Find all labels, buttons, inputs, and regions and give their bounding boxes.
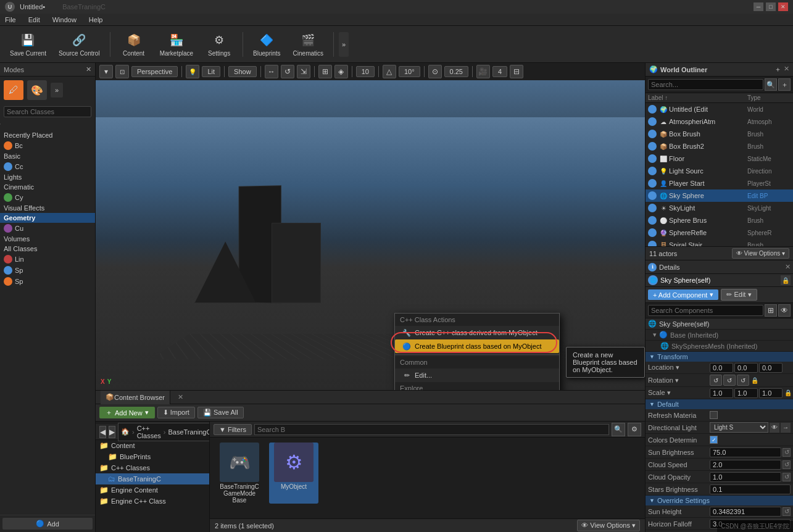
sun-height-reset[interactable]: ↺: [783, 507, 791, 516]
vp-scale-icon[interactable]: ⇲: [297, 65, 310, 78]
details-search-input[interactable]: [648, 305, 763, 316]
toolbar-blueprints[interactable]: 🔷 Blueprints: [248, 29, 285, 59]
details-add-component-btn[interactable]: + Add Component ▾: [648, 289, 718, 300]
outliner-item-stair[interactable]: 🪜 Spiral Stair Brush: [646, 239, 793, 246]
modes-add-btn[interactable]: 🔵 Add: [2, 518, 93, 530]
location-x[interactable]: [710, 363, 733, 373]
toolbar-marketplace[interactable]: 🏪 Marketplace: [155, 29, 198, 59]
modes-close[interactable]: ✕: [86, 65, 91, 73]
toolbar-cinematics[interactable]: 🎬 Cinematics: [288, 29, 328, 59]
modes-item-cy[interactable]: Cy: [0, 192, 95, 203]
vp-snap-icon[interactable]: ⊙: [428, 65, 442, 78]
outliner-item-boxbrush2[interactable]: 📦 Box Brush2 Brush: [646, 140, 793, 152]
vp-lit-btn[interactable]: Lit: [202, 66, 220, 77]
cloud-speed-input[interactable]: [710, 460, 781, 470]
minimize-btn[interactable]: ─: [754, 2, 763, 11]
override-section[interactable]: ▼ Override Settings: [646, 496, 793, 505]
scale-z[interactable]: [759, 388, 783, 398]
toolbar-content[interactable]: 📦 Content: [115, 29, 152, 59]
cb-tab[interactable]: 📦 Content Browser: [101, 391, 170, 404]
outliner-search-input[interactable]: [648, 79, 763, 90]
cloud-speed-reset[interactable]: ↺: [783, 460, 791, 469]
modes-section-cinematic[interactable]: Cinematic: [0, 182, 95, 192]
modes-expand[interactable]: »: [51, 83, 63, 98]
modes-item-cu[interactable]: Cu: [0, 223, 95, 234]
scale-lock[interactable]: 🔒: [784, 389, 792, 397]
toolbar-expand[interactable]: »: [339, 32, 349, 57]
modes-section-volumes[interactable]: Volumes: [0, 234, 95, 244]
vp-move-icon[interactable]: ↔: [265, 65, 278, 78]
cb-view-options[interactable]: 👁 View Options ▾: [577, 520, 640, 531]
close-btn[interactable]: ✕: [778, 2, 788, 11]
cb-filter-btn[interactable]: ▼ Filters: [214, 424, 252, 435]
modes-section-lights[interactable]: Lights: [0, 172, 95, 182]
rot-y-btn[interactable]: ↺: [723, 375, 736, 386]
outliner-add[interactable]: ＋: [774, 65, 781, 74]
vp-maximize-icon[interactable]: ⊟: [510, 65, 523, 78]
vp-grid-icon[interactable]: ⊞: [318, 65, 332, 78]
menu-window[interactable]: Window: [50, 16, 79, 23]
outliner-item-sphere[interactable]: ⚪ Sphere Brus Brush: [646, 214, 793, 227]
outliner-item-atm[interactable]: ☁ AtmospheriAtm Atmosph: [646, 115, 793, 128]
sky-lock[interactable]: 🔒: [781, 275, 791, 285]
outliner-search-btn[interactable]: 🔍: [765, 78, 777, 91]
modes-section-geometry[interactable]: Geometry: [0, 213, 95, 223]
location-z[interactable]: [759, 363, 783, 373]
modes-item-sp1[interactable]: Sp: [0, 265, 95, 276]
outliner-close[interactable]: ✕: [784, 65, 789, 74]
cb-search-btn[interactable]: 🔍: [612, 423, 625, 436]
asset-item-1[interactable]: ⚙ MyObject: [269, 443, 318, 504]
cb-search-input[interactable]: [254, 424, 609, 435]
dir-light-eye[interactable]: 👁: [770, 423, 779, 433]
cb-nav-back[interactable]: ◀: [99, 426, 106, 438]
details-edit-btn[interactable]: ✏ Edit ▾: [721, 289, 757, 301]
outliner-item-player[interactable]: 👤 Player Start PlayerSt: [646, 177, 793, 189]
modes-section-vfx[interactable]: Visual Effects: [0, 203, 95, 213]
outliner-item-skylight[interactable]: ☀ SkyLight SkyLight: [646, 202, 793, 214]
outliner-item-sky[interactable]: 🌐 Sky Sphere Edit BP: [646, 189, 793, 202]
menu-edit[interactable]: Edit: [26, 16, 43, 23]
transform-section[interactable]: ▼ Transform: [646, 352, 793, 362]
mode-place[interactable]: 🖊: [4, 80, 23, 100]
vp-show-btn[interactable]: Show: [228, 66, 257, 77]
colors-checkbox[interactable]: ✓: [710, 436, 718, 444]
tree-item-cpp[interactable]: 📁 C++ Classes: [96, 462, 209, 473]
vp-snap-value[interactable]: 0.25: [444, 66, 468, 77]
default-section[interactable]: ▼ Default: [646, 399, 793, 409]
viewport-3d[interactable]: X Y: [96, 80, 645, 390]
cm-create-blueprint[interactable]: 🔵 Create Blueprint class based on MyObje…: [395, 339, 559, 353]
details-close[interactable]: ✕: [785, 263, 791, 271]
details-grid-btn[interactable]: ⊞: [765, 304, 777, 317]
sun-brightness-input[interactable]: [710, 447, 781, 457]
dir-light-find[interactable]: →: [781, 423, 791, 433]
menu-file[interactable]: File: [2, 16, 19, 23]
cb-tab-close[interactable]: ✕: [178, 393, 183, 401]
modes-item-lin[interactable]: Lin: [0, 254, 95, 265]
vp-cam-speed[interactable]: 4: [492, 66, 507, 77]
toolbar-source-control[interactable]: 🔗 Source Control: [54, 29, 105, 59]
modes-section-all[interactable]: All Classes: [0, 244, 95, 254]
tree-item-basetraning[interactable]: 🗂 BaseTraningC: [96, 473, 209, 484]
outliner-item-floor[interactable]: ⬜ Floor StaticMe: [646, 152, 793, 165]
vp-rotate-icon[interactable]: ↺: [281, 65, 294, 78]
scale-x[interactable]: [710, 388, 733, 398]
outliner-item-sphererefl[interactable]: 🔮 SphereRefle SphereR: [646, 227, 793, 239]
vp-angle-icon[interactable]: △: [383, 65, 396, 78]
vp-cam-icon[interactable]: 🎥: [476, 65, 490, 78]
stars-input[interactable]: [710, 484, 791, 494]
asset-item-0[interactable]: 🎮 BaseTraningCGameModeBase: [215, 443, 264, 504]
rot-lock[interactable]: 🔒: [750, 376, 759, 384]
cloud-opacity-input[interactable]: [710, 472, 781, 482]
vp-surface-icon[interactable]: ◈: [334, 65, 348, 78]
cloud-opacity-reset[interactable]: ↺: [783, 473, 791, 481]
modes-section-basic[interactable]: Basic: [0, 151, 95, 161]
cb-add-btn[interactable]: ＋ Add New ▾: [99, 407, 155, 418]
tree-item-engine[interactable]: 📁 Engine Content: [96, 484, 209, 496]
mode-paint[interactable]: 🎨: [27, 80, 47, 100]
tree-item-blueprints[interactable]: 📁 BluePrints: [96, 451, 209, 462]
details-eye-btn[interactable]: 👁: [778, 304, 791, 317]
outliner-add-btn[interactable]: ＋: [778, 78, 791, 91]
modes-item-cc[interactable]: Cc: [0, 161, 95, 172]
outliner-view-options[interactable]: 👁 View Options ▾: [732, 248, 789, 259]
outliner-item-light[interactable]: 💡 Light Sourc Direction: [646, 165, 793, 177]
